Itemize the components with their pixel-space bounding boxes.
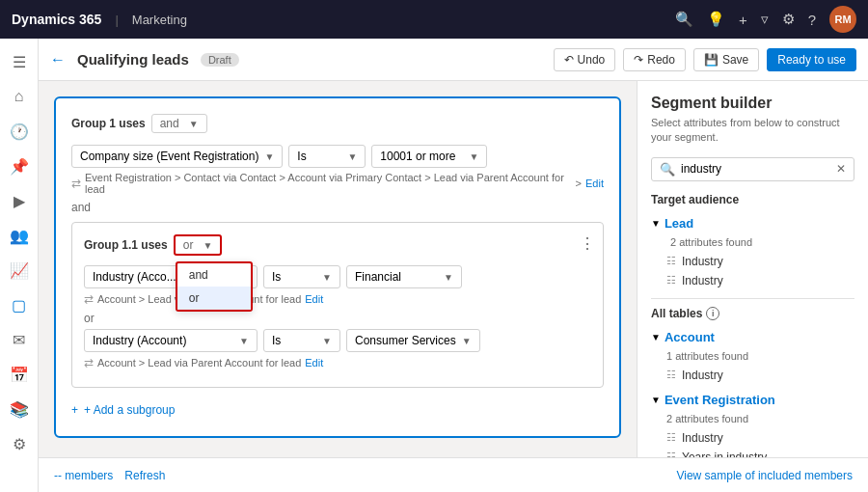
- undo-button[interactable]: ↶ Undo: [554, 48, 616, 71]
- sidebar-book-icon[interactable]: 📚: [4, 394, 35, 424]
- chevron-down-icon: ▼: [469, 151, 478, 162]
- plus-icon: +: [71, 403, 78, 417]
- subgroup-more-icon[interactable]: ⋮: [580, 234, 595, 253]
- connector-and: and: [71, 201, 604, 214]
- divider: [651, 298, 854, 299]
- condition1-edit-link[interactable]: Edit: [585, 178, 604, 189]
- chevron-down-icon: ▼: [347, 151, 357, 162]
- condition1-path: ⇄ Event Registration > Contact via Conta…: [71, 172, 604, 195]
- account-section-header[interactable]: ▼ Account: [651, 328, 854, 346]
- sidebar-chart-icon[interactable]: 📈: [4, 255, 35, 286]
- subgroup-cond1-path: ⇄ Account > Lead via Parent Account for …: [84, 292, 591, 306]
- condition1-field[interactable]: Company size (Event Registration) ▼: [71, 145, 283, 168]
- lead-count: 2 attributes found: [655, 236, 854, 248]
- subgroup-label: Group 1.1 uses: [84, 238, 168, 252]
- sample-link[interactable]: View sample of included members: [676, 469, 853, 482]
- chevron-down-icon: ▼: [651, 332, 661, 342]
- plus-icon[interactable]: +: [739, 12, 747, 28]
- avatar[interactable]: RM: [829, 6, 856, 33]
- search-icon[interactable]: 🔍: [675, 11, 693, 28]
- target-audience-label: Target audience: [651, 193, 854, 206]
- chevron-down-icon: ▼: [203, 240, 212, 251]
- sidebar-recent-icon[interactable]: 🕐: [4, 116, 35, 147]
- sidebar-people-icon[interactable]: 👥: [4, 220, 35, 251]
- event-reg-industry-item[interactable]: ☷ Industry: [651, 428, 854, 448]
- chevron-down-icon: ▼: [651, 395, 661, 405]
- canvas: Group 1 uses and ▼ Company size (Event R…: [39, 81, 637, 457]
- dropdown-item-or[interactable]: or: [177, 287, 251, 310]
- sidebar-email-icon[interactable]: ✉: [4, 324, 35, 355]
- lead-industry-item-2[interactable]: ☷ Industry: [651, 271, 854, 290]
- event-registration-section-header[interactable]: ▼ Event Registration: [651, 391, 854, 409]
- builder-panel: Segment builder Select attributes from b…: [637, 81, 868, 457]
- subgroup-connector: or: [84, 312, 591, 325]
- sidebar-home-icon[interactable]: ⌂: [4, 81, 35, 112]
- redo-icon: ↷: [634, 53, 643, 67]
- path-icon: ⇄: [84, 356, 94, 369]
- undo-icon: ↶: [564, 53, 574, 67]
- nav-separator: |: [115, 13, 118, 27]
- sidebar: ☰ ⌂ 🕐 📌 ▶ 👥 📈 ▢ ✉ 📅 📚 ⚙: [0, 39, 39, 492]
- search-input[interactable]: [681, 162, 830, 176]
- subgroup-cond1-op[interactable]: Is ▼: [263, 265, 340, 288]
- chevron-down-icon: ▼: [322, 272, 332, 283]
- event-reg-section-title: Event Registration: [665, 393, 775, 407]
- back-button[interactable]: ←: [50, 51, 66, 68]
- lead-industry-item-1[interactable]: ☷ Industry: [651, 252, 854, 271]
- all-tables-label: All tables i: [651, 307, 854, 320]
- subgroup-condition1-row: Industry (Acco... ▼ Is ▼ Financial ▼: [84, 265, 591, 288]
- module-name: Marketing: [132, 13, 187, 27]
- subgroup-cond2-op[interactable]: Is ▼: [263, 329, 340, 352]
- filter-icon[interactable]: ▿: [761, 11, 769, 28]
- lead-section-title: Lead: [665, 216, 693, 231]
- group1-operator-value: and: [160, 117, 179, 130]
- redo-button[interactable]: ↷ Redo: [623, 48, 686, 71]
- save-button[interactable]: 💾 Save: [693, 48, 759, 71]
- subgroup-cond1-edit-link[interactable]: Edit: [305, 293, 323, 305]
- condition1-val[interactable]: 10001 or more ▼: [371, 145, 487, 168]
- path-icon: ⇄: [71, 177, 81, 190]
- main-content-wrapper: ← Qualifying leads Draft ↶ Undo ↷ Redo 💾…: [39, 39, 868, 492]
- subgroup-condition2-row: Industry (Account) ▼ Is ▼ Consumer Servi…: [84, 329, 591, 352]
- sidebar-settings2-icon[interactable]: ⚙: [4, 428, 35, 459]
- sidebar-pin-icon[interactable]: 📌: [4, 150, 35, 181]
- drag-icon: ☷: [666, 451, 676, 457]
- account-industry-item[interactable]: ☷ Industry: [651, 366, 854, 385]
- subgroup-cond1-val[interactable]: Financial ▼: [346, 265, 462, 288]
- info-icon[interactable]: i: [706, 307, 719, 320]
- condition1-op[interactable]: Is ▼: [288, 145, 366, 168]
- content-area: Group 1 uses and ▼ Company size (Event R…: [39, 81, 868, 457]
- page-title: Qualifying leads: [77, 51, 189, 68]
- help-icon[interactable]: ?: [808, 12, 816, 28]
- subgroup-cond2-val[interactable]: Consumer Services ▼: [346, 329, 480, 352]
- operator-dropdown-popup: and or: [176, 261, 253, 312]
- subgroup-operator-dropdown[interactable]: or ▼ and or: [174, 234, 223, 256]
- save-icon: 💾: [704, 53, 719, 67]
- clear-icon[interactable]: ✕: [836, 162, 846, 176]
- lightbulb-icon[interactable]: 💡: [707, 11, 725, 28]
- settings-icon[interactable]: ⚙: [782, 11, 795, 28]
- sidebar-menu-icon[interactable]: ☰: [4, 46, 35, 77]
- nav-icons: 🔍 💡 + ▿ ⚙ ? RM: [675, 6, 856, 33]
- chevron-down-icon: ▼: [322, 336, 332, 346]
- ready-button[interactable]: Ready to use: [767, 48, 856, 71]
- subgroup-box: Group 1.1 uses or ▼ and or ⋮: [71, 222, 604, 388]
- toolbar: ← Qualifying leads Draft ↶ Undo ↷ Redo 💾…: [39, 39, 868, 81]
- group1-label: Group 1 uses: [71, 117, 146, 130]
- dropdown-item-and[interactable]: and: [177, 263, 251, 287]
- chevron-down-icon: ▼: [444, 272, 453, 283]
- add-subgroup-button[interactable]: + + Add a subgroup: [71, 399, 604, 421]
- sidebar-play-icon[interactable]: ▶: [4, 185, 35, 216]
- subgroup-cond2-field[interactable]: Industry (Account) ▼: [84, 329, 258, 352]
- event-reg-years-item[interactable]: ☷ Years in industry: [651, 448, 854, 457]
- sidebar-event-icon[interactable]: 📅: [4, 359, 35, 390]
- group1-operator-dropdown[interactable]: and ▼: [151, 114, 207, 133]
- lead-section-header[interactable]: ▼ Lead: [651, 214, 854, 232]
- sidebar-segment-icon[interactable]: ▢: [4, 289, 35, 320]
- drag-icon: ☷: [666, 369, 676, 381]
- account-count: 1 attributes found: [651, 350, 854, 362]
- footer: -- members Refresh View sample of includ…: [39, 457, 868, 492]
- condition1-row: Company size (Event Registration) ▼ Is ▼…: [71, 145, 604, 168]
- refresh-link[interactable]: Refresh: [124, 469, 165, 482]
- subgroup-cond2-edit-link[interactable]: Edit: [305, 357, 323, 369]
